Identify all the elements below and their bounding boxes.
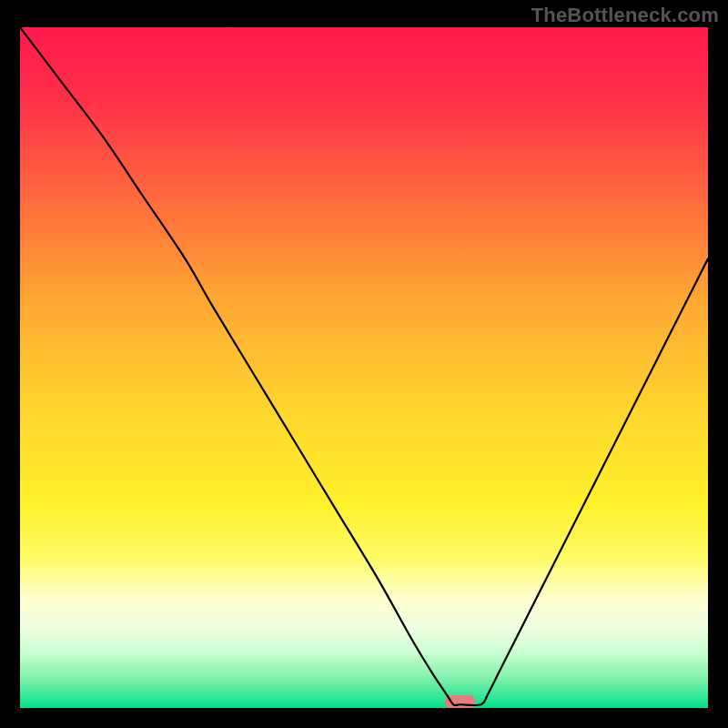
bottleneck-chart-svg <box>20 27 708 708</box>
gradient-background <box>20 27 708 708</box>
plot-area <box>20 27 708 708</box>
chart-frame: TheBottleneck.com <box>0 0 728 728</box>
watermark-text: TheBottleneck.com <box>531 4 719 27</box>
